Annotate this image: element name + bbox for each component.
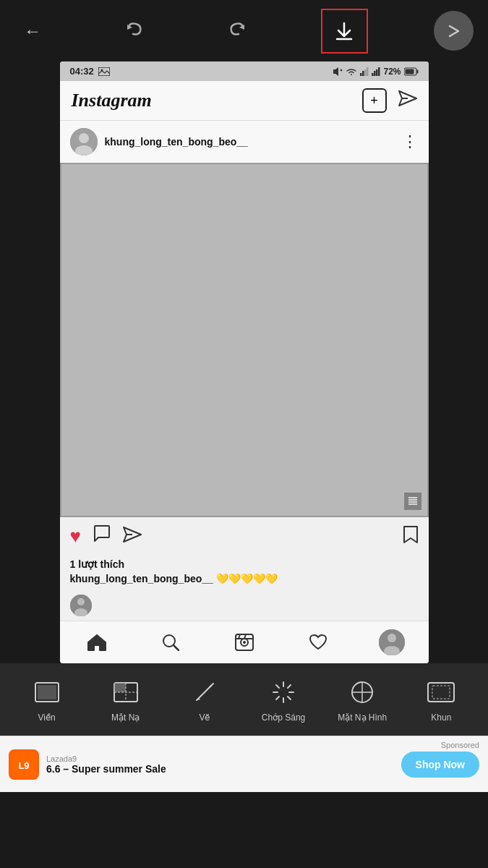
- add-post-button[interactable]: +: [362, 88, 387, 113]
- svg-rect-27: [408, 501, 417, 503]
- nav-search[interactable]: [155, 627, 186, 658]
- tool-mat-na[interactable]: Mặt Nạ: [100, 676, 151, 723]
- more-options-button[interactable]: ⋮: [402, 132, 419, 151]
- svg-rect-13: [372, 73, 374, 76]
- instagram-logo: Instagram: [72, 90, 152, 111]
- svg-rect-46: [38, 685, 56, 699]
- ad-brand: Lazada9: [46, 754, 166, 763]
- svg-rect-11: [364, 69, 367, 76]
- nav-home[interactable]: [82, 627, 112, 658]
- action-buttons-left: ♥: [70, 524, 142, 548]
- ve-label: Vẽ: [199, 712, 210, 723]
- user-avatar: [70, 128, 98, 156]
- redo-button[interactable]: [219, 13, 255, 49]
- svg-line-58: [288, 685, 291, 688]
- instagram-header: Instagram +: [60, 81, 429, 121]
- svg-rect-26: [408, 499, 417, 501]
- status-time: 04:32: [70, 66, 94, 77]
- svg-rect-48: [114, 683, 126, 692]
- svg-line-51: [209, 685, 212, 688]
- dm-button[interactable]: [398, 90, 417, 111]
- share-button[interactable]: [123, 525, 142, 548]
- tool-chop-sang[interactable]: Chớp Sáng: [258, 676, 309, 723]
- username-label: khung_long_ten_bong_beo__: [105, 136, 248, 148]
- svg-rect-64: [432, 686, 450, 699]
- gallery-icon: [98, 67, 110, 76]
- tool-khun[interactable]: Khun: [416, 676, 466, 723]
- ad-title: 6.6 – Super summer Sale: [46, 763, 166, 775]
- status-icons: 72%: [333, 67, 418, 77]
- mat-na-hinh-icon: [346, 676, 378, 708]
- ad-banner: Sponsored L9 Lazada9 6.6 – Super summer …: [0, 736, 488, 792]
- status-bar: 04:32: [60, 61, 429, 81]
- vien-icon: [31, 676, 63, 708]
- wifi-icon: [346, 67, 357, 76]
- edit-toolbar: Viền Mặt Nạ Vẽ: [0, 663, 488, 736]
- svg-text:L9: L9: [18, 760, 29, 771]
- tool-vien[interactable]: Viền: [22, 676, 72, 723]
- mat-na-hinh-label: Mặt Nạ Hình: [338, 712, 387, 723]
- signal-icon2: [372, 67, 380, 76]
- post-actions: ♥: [60, 517, 429, 556]
- undo-button[interactable]: [116, 13, 153, 49]
- svg-rect-28: [408, 503, 417, 505]
- svg-point-32: [77, 598, 85, 605]
- svg-line-56: [276, 685, 279, 688]
- svg-rect-25: [408, 497, 417, 498]
- vien-label: Viền: [38, 712, 56, 723]
- signal-icon: [360, 67, 369, 76]
- post-user: khung_long_ten_bong_beo__: [70, 128, 248, 156]
- lazada-logo: L9: [9, 749, 39, 780]
- svg-line-57: [288, 697, 291, 699]
- svg-rect-10: [362, 71, 364, 76]
- comment-button[interactable]: [93, 524, 111, 548]
- nav-reels[interactable]: [229, 627, 260, 658]
- nav-profile[interactable]: [377, 627, 407, 658]
- post-image: [60, 163, 429, 517]
- chop-sang-label: Chớp Sáng: [262, 712, 305, 723]
- battery-icon: [404, 67, 419, 76]
- sponsored-label: Sponsored: [441, 741, 479, 749]
- mat-na-icon: [110, 676, 142, 708]
- instagram-bottom-nav: [60, 621, 429, 663]
- like-button[interactable]: ♥: [70, 525, 81, 548]
- chop-sang-icon: [267, 676, 299, 708]
- ad-text: Lazada9 6.6 – Super summer Sale: [46, 754, 166, 775]
- comment-user-avatar: [70, 595, 92, 616]
- svg-point-38: [243, 641, 246, 644]
- svg-line-59: [276, 697, 279, 699]
- tool-mat-na-hinh[interactable]: Mặt Nạ Hình: [337, 676, 388, 723]
- header-icons: +: [362, 88, 417, 113]
- khun-icon: [425, 676, 457, 708]
- svg-rect-16: [378, 67, 380, 76]
- caption-username: khung_long_ten_bong_beo__: [70, 573, 213, 584]
- ad-left-content: L9 Lazada9 6.6 – Super summer Sale: [9, 749, 166, 780]
- download-button[interactable]: [321, 9, 368, 54]
- battery-text: 72%: [383, 67, 401, 77]
- shop-now-button[interactable]: Shop Now: [401, 752, 479, 778]
- nav-heart[interactable]: [303, 627, 333, 658]
- mat-na-label: Mặt Nạ: [111, 712, 140, 723]
- mute-icon: [333, 67, 343, 77]
- post-caption: khung_long_ten_bong_beo__ 💛💛💛💛💛: [70, 573, 419, 584]
- bookmark-button[interactable]: [403, 525, 419, 548]
- svg-rect-19: [405, 69, 414, 74]
- tool-ve[interactable]: Vẽ: [179, 676, 230, 723]
- top-toolbar: ←: [0, 0, 488, 61]
- svg-rect-12: [367, 67, 369, 76]
- comment-area: [60, 590, 429, 621]
- ve-icon: [189, 676, 221, 708]
- post-header: khung_long_ten_bong_beo__ ⋮: [60, 121, 429, 163]
- svg-rect-15: [376, 69, 378, 76]
- image-indicator: [404, 493, 421, 510]
- next-button[interactable]: [434, 11, 474, 51]
- caption-emojis: 💛💛💛💛💛: [216, 573, 278, 584]
- svg-point-43: [388, 634, 396, 642]
- svg-marker-6: [333, 67, 338, 76]
- post-info: 1 lượt thích khung_long_ten_bong_beo__ 💛…: [60, 556, 429, 590]
- svg-point-23: [79, 133, 89, 143]
- back-button[interactable]: ←: [14, 13, 51, 49]
- svg-rect-9: [360, 73, 362, 76]
- svg-rect-18: [416, 69, 418, 73]
- likes-count: 1 lượt thích: [70, 558, 419, 570]
